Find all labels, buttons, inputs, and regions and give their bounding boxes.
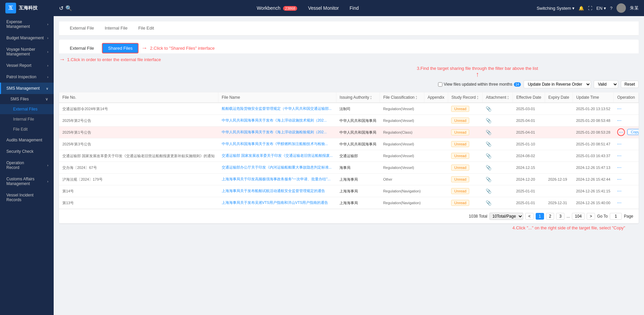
sub-tab-external-file[interactable]: External File xyxy=(64,44,99,53)
filter-checkbox-area[interactable]: View files updated within three months 1… xyxy=(438,82,521,87)
cell-attachment[interactable]: 📎 xyxy=(482,185,513,197)
cell-attachment[interactable]: 📎 xyxy=(482,138,513,150)
more-dots-icon[interactable]: ··· xyxy=(617,200,622,206)
cell-file-name[interactable]: 交通运输部办公厅关于印发《内河运输船舶重大事故隐患判定标准... xyxy=(218,162,336,174)
cell-attachment[interactable]: 📎 xyxy=(482,103,513,115)
cell-attachment[interactable]: 📎 xyxy=(482,197,513,209)
history-icon[interactable]: ↺ xyxy=(59,5,63,11)
notification-icon[interactable]: 🔔 xyxy=(579,6,584,11)
tab-external-file[interactable]: External File xyxy=(64,21,99,35)
reset-button[interactable]: Reset xyxy=(621,81,639,88)
attachment-icon[interactable]: 📎 xyxy=(486,141,491,147)
cell-effective-date: 2025-01-10 xyxy=(513,138,545,150)
tab-internal-file[interactable]: Internal File xyxy=(99,21,133,35)
tab-file-edit[interactable]: File Edit xyxy=(133,21,159,35)
sidebar-item-customs[interactable]: Customs AffairsManagement › xyxy=(0,173,54,189)
cell-file-name[interactable]: 船舶载运危险货物安全监督管理规定（中华人民共和国交通运输部... xyxy=(218,103,336,115)
sidebar-sub-file-edit[interactable]: File Edit xyxy=(0,124,54,134)
voyage-label: Voyage NumberManagement xyxy=(6,47,35,56)
per-page-select[interactable]: 10Total/Page 20Total/Page 50Total/Page xyxy=(489,213,523,220)
cell-attachment[interactable]: 📎 xyxy=(482,150,513,162)
more-dots-icon[interactable]: ··· xyxy=(617,188,622,194)
cell-attachment[interactable]: 📎 xyxy=(482,174,513,185)
sidebar-item-voyage[interactable]: Voyage NumberManagement › xyxy=(0,44,54,60)
cell-file-name[interactable]: 交通运输部 国家发展改革委关于印发《交通运输老旧营运船舶报废... xyxy=(218,150,336,162)
nav-workbench[interactable]: Workbench 23868 xyxy=(257,5,297,11)
more-dots-icon[interactable]: ··· xyxy=(617,118,622,123)
attachment-icon[interactable]: 📎 xyxy=(486,188,491,194)
help-icon[interactable]: ? xyxy=(610,6,612,11)
sidebar-item-incident[interactable]: Vessel Incident Records xyxy=(0,189,54,206)
switching-system[interactable]: Switching System ▾ xyxy=(537,6,575,11)
sidebar-item-audits[interactable]: Audits Management xyxy=(0,134,54,146)
attachment-icon[interactable]: 📎 xyxy=(486,165,491,170)
cell-appendix xyxy=(424,197,448,209)
col-attachment[interactable]: Attachment ▲▼ xyxy=(482,92,513,103)
copy-button[interactable]: Copy xyxy=(627,129,639,135)
sidebar-item-security[interactable]: Security Check xyxy=(0,146,54,157)
next-page-btn[interactable]: > xyxy=(587,213,595,220)
avatar[interactable] xyxy=(616,3,626,13)
step1-arrow: → xyxy=(59,56,65,63)
cell-file-name[interactable]: 上海海事局关于印发高频极强海事政务服务"一次申请、批量办结"... xyxy=(218,174,336,185)
prev-page-btn[interactable]: < xyxy=(525,213,534,220)
sort-order-select[interactable]: Update Date in Reverse Order Update Date… xyxy=(524,80,591,88)
attachment-icon[interactable]: 📎 xyxy=(486,177,491,182)
cell-file-name[interactable]: 中华人民共和国海事局关于发布《海上浮动设施检验规则（202... xyxy=(218,127,336,138)
sidebar-sub-external-files[interactable]: External Files xyxy=(0,104,54,114)
goto-input[interactable] xyxy=(610,213,622,220)
more-dots-icon[interactable]: ··· xyxy=(617,165,622,170)
sidebar-item-vessel-report[interactable]: Vessel Report › xyxy=(0,60,54,71)
cell-issuer: 交通运输部 xyxy=(336,150,380,162)
cell-attachment[interactable]: 📎 xyxy=(482,115,513,127)
sidebar-item-operation[interactable]: OperationRecord › xyxy=(0,157,54,173)
sidebar-item-sms[interactable]: SMS Management ∨ xyxy=(0,83,54,94)
fullscreen-icon[interactable]: ⛶ xyxy=(588,6,592,11)
cell-update-time: 2024-12-26 15:40:00 xyxy=(573,197,613,209)
username: 朱某 xyxy=(630,5,639,11)
logo-icon: 互 xyxy=(5,3,16,13)
sidebar-item-expense[interactable]: ExpenseManagement › xyxy=(0,16,54,32)
valid-select[interactable]: Valid All Invalid xyxy=(594,80,618,88)
files-table: File No. File Name Issuing Authority ▲▼ … xyxy=(59,92,639,209)
cell-file-name[interactable]: 中华人民共和国海事局关于发布《海上浮动设施技术规则（202... xyxy=(218,115,336,127)
col-file-classification[interactable]: File Classification ▲▼ xyxy=(380,92,424,103)
nav-vessel-monitor[interactable]: Vessel Monitor xyxy=(308,5,339,11)
sub-tab-shared-files[interactable]: Shared Files xyxy=(102,43,139,53)
more-dots-icon[interactable]: ··· xyxy=(617,128,625,136)
table-row: 交办海〔2024〕67号交通运输部办公厅关于印发《内河运输船舶重大事故隐患判定标… xyxy=(59,162,639,174)
cell-file-name[interactable]: 上海海事局关于发布吴淞VTS用户指南和洋山VTS用户指南的通告 xyxy=(218,197,336,209)
attachment-icon[interactable]: 📎 xyxy=(486,106,491,111)
chevron-icon: › xyxy=(47,50,48,54)
col-expiry-date: Expiry Date xyxy=(545,92,573,103)
search-icon[interactable]: 🔍 xyxy=(65,5,72,11)
sidebar-item-budget[interactable]: Budget Management › xyxy=(0,32,54,44)
attachment-icon[interactable]: 📎 xyxy=(486,153,491,159)
page-btn-1[interactable]: 1 xyxy=(536,213,544,220)
cell-attachment[interactable]: 📎 xyxy=(482,127,513,138)
attachment-icon[interactable]: 📎 xyxy=(486,118,491,123)
three-months-checkbox[interactable] xyxy=(438,82,442,87)
more-dots-highlighted[interactable]: ··· Copy xyxy=(617,130,625,135)
cell-file-name[interactable]: 上海海事局关于发布船舶试航活动通航安全监督管理规定的通告 xyxy=(218,185,336,197)
more-dots-icon[interactable]: ··· xyxy=(617,106,622,111)
col-issuing-authority[interactable]: Issuing Authority ▲▼ xyxy=(336,92,380,103)
cell-issuer: 上海海事局 xyxy=(336,185,380,197)
attachment-icon[interactable]: 📎 xyxy=(486,130,491,135)
sidebar-item-patrol[interactable]: Patrol Inspection › xyxy=(0,71,54,83)
cell-file-name[interactable]: 中华人民共和国海事局关于发布《甲醇燃料加注船舶技术与检验... xyxy=(218,138,336,150)
page-btn-104[interactable]: 104 xyxy=(572,213,585,220)
cell-issuer: 中华人民共和国海事局 xyxy=(336,115,380,127)
page-btn-2[interactable]: 2 xyxy=(546,213,554,220)
cell-attachment[interactable]: 📎 xyxy=(482,162,513,174)
page-btn-3[interactable]: 3 xyxy=(556,213,565,220)
more-dots-icon[interactable]: ··· xyxy=(617,141,622,147)
language-selector[interactable]: EN ▾ xyxy=(596,6,606,11)
more-dots-icon[interactable]: ··· xyxy=(617,153,622,159)
sidebar-sub-internal-file[interactable]: Internal File xyxy=(0,114,54,124)
attachment-icon[interactable]: 📎 xyxy=(486,200,491,206)
nav-find[interactable]: Find xyxy=(350,5,359,11)
sidebar-sub-sms-files[interactable]: SMS Files ∨ xyxy=(0,94,54,104)
col-study-record[interactable]: Study Record ▲▼ xyxy=(448,92,482,103)
more-dots-icon[interactable]: ··· xyxy=(617,176,622,182)
